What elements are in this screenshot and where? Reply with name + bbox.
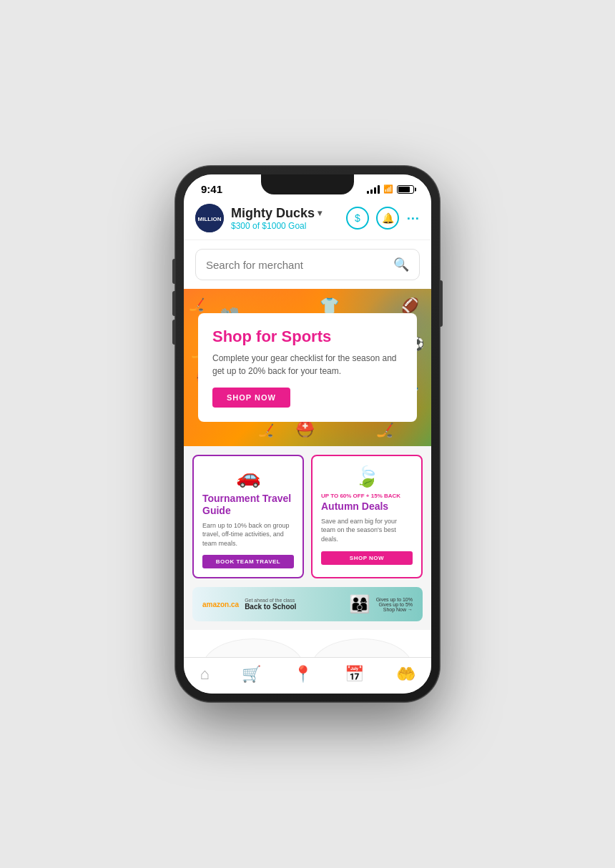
autumn-shop-now-button[interactable]: SHOP NOW	[321, 551, 413, 565]
team-name-text: Mighty Ducks	[231, 206, 315, 221]
give-icon: 🤲	[396, 665, 415, 684]
phone-frame: 9:41 📶 MILLION	[175, 166, 440, 702]
amazon-sub-text: Get ahead of the class	[245, 598, 343, 603]
hero-banner: 🏒 🧤 👕 🏈 🏒 🏀 👕 ⚽ 👟 🏒 ⛑️ 🏒	[184, 289, 431, 446]
amazon-text: Get ahead of the class Back to School	[245, 598, 343, 611]
shop-icon: 🛒	[242, 665, 261, 684]
under-armour-logo-item[interactable]: UNDER ARMOUR	[311, 638, 413, 657]
logo-items: H Hotels.com UNDER ARMOUR	[202, 638, 413, 657]
amazon-banner[interactable]: amazon.ca Get ahead of the class Back to…	[192, 587, 423, 621]
team-name-label[interactable]: Mighty Ducks ▾	[231, 206, 322, 221]
app-content[interactable]: 🔍 🏒 🧤 👕 🏈 🏒 🏀 👕 ⚽ 👟	[184, 240, 431, 657]
calendar-icon: 📅	[345, 665, 364, 684]
amazon-main-text: Back to School	[245, 603, 343, 611]
autumn-card-desc: Save and earn big for your team on the s…	[321, 517, 413, 544]
signal-icon	[367, 185, 380, 194]
autumn-card: 🍃 UP TO 60% OFF + 15% BACK Autumn Deals …	[311, 455, 423, 578]
amazon-right-text: Gives up to 10% Gives up to 5% Shop Now …	[376, 597, 413, 612]
search-section: 🔍	[184, 240, 431, 289]
hotels-logo-item[interactable]: H Hotels.com	[202, 638, 304, 657]
tournament-card: 🚗 Tournament Travel Guide Earn up to 10%…	[192, 455, 304, 578]
autumn-card-tag: UP TO 60% OFF + 15% BACK	[321, 493, 413, 499]
search-bar: 🔍	[195, 249, 420, 280]
logo-carousel: ‹ H Hotels.com UNDER ARMOUR	[184, 630, 431, 657]
tournament-card-desc: Earn up to 10% back on group travel, off…	[202, 521, 294, 548]
chevron-down-icon: ▾	[318, 208, 322, 218]
nav-home[interactable]: ⌂	[200, 665, 209, 684]
battery-icon	[397, 185, 414, 194]
hero-card: Shop for Sports Complete your gear check…	[198, 313, 417, 422]
nav-location[interactable]: 📍	[293, 665, 313, 684]
app-header: MILLION Mighty Ducks ▾ $300 of $1000 Goa…	[184, 198, 431, 240]
bell-icon-button[interactable]: 🔔	[376, 207, 399, 230]
dollar-icon: $	[355, 212, 360, 224]
book-travel-button[interactable]: BOOK TEAM TRAVEL	[202, 555, 294, 568]
shop-now-button[interactable]: SHOP NOW	[212, 388, 290, 408]
phone-notch	[261, 174, 354, 194]
promo-cards-row: 🚗 Tournament Travel Guide Earn up to 10%…	[184, 446, 431, 587]
hero-title: Shop for Sports	[212, 327, 403, 346]
amazon-shopnow[interactable]: Shop Now →	[376, 607, 413, 612]
location-icon: 📍	[293, 665, 313, 684]
tournament-card-image: 🚗	[202, 465, 294, 488]
bottom-nav: ⌂ 🛒 📍 📅 🤲	[184, 657, 431, 694]
status-icons: 📶	[367, 184, 414, 194]
team-info: Mighty Ducks ▾ $300 of $1000 Goal	[231, 206, 322, 231]
under-armour-logo-icon	[344, 652, 380, 657]
team-goal-text: $300 of $1000 Goal	[231, 221, 322, 231]
amazon-cashback: Gives up to 10%	[376, 597, 413, 602]
home-icon: ⌂	[200, 665, 209, 684]
dollar-icon-button[interactable]: $	[346, 207, 369, 230]
search-icon[interactable]: 🔍	[393, 257, 409, 272]
header-right: $ 🔔 ⋯	[346, 207, 420, 230]
autumn-card-image: 🍃	[321, 465, 413, 488]
wifi-icon: 📶	[383, 184, 393, 194]
nav-shop[interactable]: 🛒	[242, 665, 261, 684]
amazon-cashback2: Gives up to 5%	[376, 602, 413, 607]
svg-text:MILLION: MILLION	[198, 216, 222, 222]
header-left: MILLION Mighty Ducks ▾ $300 of $1000 Goa…	[195, 204, 322, 232]
hero-description: Complete your gear checklist for the sea…	[212, 352, 403, 378]
status-time: 9:41	[201, 183, 222, 195]
nav-give[interactable]: 🤲	[396, 665, 415, 684]
tournament-card-title: Tournament Travel Guide	[202, 493, 294, 517]
autumn-card-title: Autumn Deals	[321, 500, 413, 513]
search-input[interactable]	[206, 259, 393, 271]
team-avatar: MILLION	[195, 204, 224, 232]
amazon-people-icon: 👨‍👩‍👦	[349, 594, 370, 614]
more-options-button[interactable]: ⋯	[406, 210, 420, 226]
phone-screen: 9:41 📶 MILLION	[184, 174, 431, 694]
amazon-logo: amazon.ca	[202, 601, 239, 608]
bell-icon: 🔔	[382, 212, 394, 224]
nav-calendar[interactable]: 📅	[345, 665, 364, 684]
